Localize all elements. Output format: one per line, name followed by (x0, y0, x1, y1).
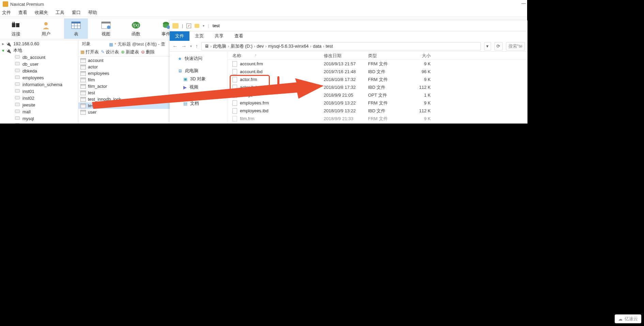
side-pic[interactable]: ▧图片 (171, 91, 226, 99)
db-item[interactable]: inst01 (0, 88, 78, 95)
quick-access[interactable]: ★快速访问 (171, 54, 226, 63)
file-row[interactable]: employees.frm2018/10/9 13:22FRM 文件9 K (228, 99, 527, 107)
table-item[interactable]: test (78, 89, 170, 96)
svg-rect-1 (16, 23, 19, 27)
delete-table-button[interactable]: ⊖删除 (141, 49, 155, 55)
file-icon (232, 100, 237, 106)
up-button[interactable]: ↑ (195, 43, 198, 49)
file-row[interactable]: actor.frm2018/10/8 17:32FRM 文件9 K (228, 76, 527, 83)
db-item[interactable]: information_schema (0, 81, 78, 88)
svg-rect-2 (13, 22, 13, 23)
object-tab[interactable]: 对象 (82, 41, 91, 46)
file-row[interactable]: actor.ibd2018/10/8 17:32IBD 文件112 K (228, 83, 527, 91)
db-item[interactable]: dbkeda (0, 67, 78, 74)
db-item[interactable]: db_account (0, 54, 78, 61)
db-item[interactable]: inst02 (0, 95, 78, 101)
table-item[interactable]: actor (78, 64, 170, 70)
design-table-button[interactable]: ✎设计表 (101, 49, 119, 55)
db-item[interactable]: mysql (0, 115, 78, 122)
table-item[interactable]: film_actor (78, 83, 170, 89)
ribbon-connect[interactable]: 连接 (4, 18, 28, 39)
cloud-icon: ☁ (618, 316, 623, 322)
db-item[interactable]: db_user (0, 61, 78, 67)
table-icon (80, 97, 86, 102)
tab-file[interactable]: 文件 (170, 31, 189, 41)
tab-home[interactable]: 主页 (189, 31, 209, 41)
breadcrumb[interactable]: 🖥 › 此电脑› 新加卷 (D:)› dev› mysql-5.6.33-win… (201, 42, 481, 50)
explorer-titlebar[interactable]: | ✓ ▾ | test (170, 20, 527, 31)
file-icon (232, 108, 237, 114)
side-doc[interactable]: ▤文档 (171, 99, 226, 108)
navicat-titlebar[interactable]: Navicat Premium — (0, 0, 527, 8)
ribbon-user[interactable]: 用户 (34, 18, 58, 39)
menu-help[interactable]: 帮助 (88, 10, 97, 16)
table-item[interactable]: film (78, 77, 170, 83)
file-row[interactable]: account.ibd2019/7/16 21:48IBD 文件96 K (228, 68, 527, 76)
table-item-selected[interactable]: test_myisam (78, 102, 170, 109)
menu-fav[interactable]: 收藏夹 (35, 10, 48, 16)
col-name[interactable]: 名称˄ (232, 53, 324, 59)
tab-share[interactable]: 共享 (209, 31, 229, 41)
svg-rect-0 (12, 23, 15, 27)
side-3d[interactable]: ▣3D 对象 (171, 75, 226, 83)
object-toolbar: ▦打开表 ✎设计表 ⊕新建表 ⊖删除 (78, 48, 170, 56)
col-type[interactable]: 类型 (368, 53, 410, 59)
watermark: ☁ 亿速云 (615, 314, 641, 323)
refresh-button[interactable]: ⟳ (494, 42, 503, 50)
table-item[interactable]: account (78, 57, 170, 64)
file-row[interactable]: db.opt2018/9/9 21:05OPT 文件1 K (228, 91, 527, 99)
query-tab[interactable]: ▦ * 无标题 @test (本地) - 查 (109, 40, 165, 48)
menu-tools[interactable]: 工具 (56, 10, 64, 16)
tab-view[interactable]: 查看 (229, 31, 249, 41)
recent-dropdown[interactable]: ▾ (190, 44, 192, 48)
db-item[interactable]: performance_schema (0, 122, 78, 124)
table-icon (80, 110, 86, 115)
file-row[interactable]: film.frm2018/9/9 21:33FRM 文件9 K (228, 115, 527, 123)
table-icon (80, 103, 86, 108)
svg-rect-11 (102, 22, 110, 23)
search-input[interactable]: 搜索"te (506, 42, 525, 50)
window-controls: — (521, 1, 526, 6)
address-dropdown[interactable]: ▾ (484, 42, 491, 50)
file-row[interactable]: employees.ibd2018/10/9 13:22IBD 文件112 K (228, 107, 527, 115)
menu-file[interactable]: 文件 (2, 10, 11, 16)
navicat-sidebar: ▸ 🔌 192.168.0.60 ▾ 🔌 本地 db_account db_us… (0, 40, 78, 124)
server-remote[interactable]: ▸ 🔌 192.168.0.60 (0, 40, 78, 47)
db-item[interactable]: employees (0, 74, 78, 81)
fx-icon: f(x) (131, 20, 141, 30)
server-icon: 🔌 (6, 42, 11, 46)
explorer-address-bar: ← → ▾ ↑ 🖥 › 此电脑› 新加卷 (D:)› dev› mysql-5.… (170, 41, 527, 52)
table-item[interactable]: user (78, 109, 170, 115)
ribbon-view[interactable]: 视图 (94, 18, 118, 39)
this-pc[interactable]: 🖥此电脑 (171, 67, 226, 75)
back-button[interactable]: ← (172, 43, 178, 49)
new-table-button[interactable]: ⊕新建表 (121, 49, 139, 55)
table-icon (80, 84, 86, 89)
table-icon (71, 20, 81, 30)
dropdown-icon[interactable]: ▾ (203, 24, 204, 28)
db-item[interactable]: mall (0, 108, 78, 115)
menu-window[interactable]: 窗口 (72, 10, 81, 16)
navicat-title: Navicat Premium (10, 2, 44, 7)
forward-button[interactable]: → (181, 43, 187, 49)
star-icon: ★ (178, 56, 182, 61)
col-size[interactable]: 大小 (410, 53, 431, 59)
cube-icon: ▣ (183, 77, 187, 82)
table-item[interactable]: test_innodb_lock (78, 96, 170, 102)
column-headers: 名称˄ 修改日期 类型 大小 (228, 52, 527, 60)
server-local[interactable]: ▾ 🔌 本地 (0, 47, 78, 54)
minimize-icon[interactable]: — (521, 1, 526, 6)
table-item[interactable]: employees (78, 70, 170, 77)
file-icon (232, 61, 237, 67)
db-item[interactable]: jeesite (0, 101, 78, 108)
navicat-logo-icon (3, 1, 8, 7)
ribbon-table[interactable]: 表 (64, 18, 88, 39)
open-table-button[interactable]: ▦打开表 (80, 49, 99, 55)
checkbox-icon[interactable]: ✓ (186, 23, 191, 28)
table-icon (80, 78, 86, 82)
ribbon-fx[interactable]: f(x) 函数 (124, 18, 148, 39)
side-video[interactable]: ▶视频 (171, 83, 226, 91)
col-date[interactable]: 修改日期 (324, 53, 368, 59)
menu-view[interactable]: 查看 (18, 10, 27, 16)
file-row[interactable]: account.frm2018/9/13 21:57FRM 文件9 K (228, 60, 527, 68)
